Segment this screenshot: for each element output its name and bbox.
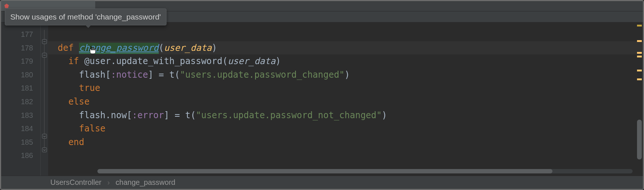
code-line[interactable]: def change_password(user_data) — [48, 41, 643, 55]
tooltip-text: Show usages of method 'change_password' — [10, 13, 161, 21]
line-number: 178 — [1, 41, 40, 55]
line-number: 183 — [1, 109, 40, 122]
svg-rect-5 — [42, 134, 47, 138]
scrollbar-thumb[interactable] — [97, 169, 552, 173]
line-number: 182 — [1, 95, 40, 109]
vertical-scrollbar-thumb[interactable] — [637, 120, 642, 159]
gutter: 177 178 179 180 181 182 183 184 185 186 — [1, 22, 41, 176]
method-name-link[interactable]: change_password — [79, 43, 159, 54]
breadcrumb-item[interactable]: UsersController — [50, 178, 101, 187]
param: user_data — [164, 43, 212, 53]
line-number: 177 — [1, 28, 40, 41]
line-number: 184 — [1, 122, 40, 136]
ruby-file-icon — [4, 3, 9, 8]
fold-close-icon[interactable] — [42, 133, 47, 138]
line-number: 179 — [1, 54, 40, 68]
keyword-def: def — [58, 43, 74, 53]
code-editor[interactable]: 177 178 179 180 181 182 183 184 185 186 — [1, 22, 643, 176]
chevron-right-icon: › — [107, 178, 110, 187]
breadcrumb-item[interactable]: change_password — [116, 178, 175, 187]
line-number: 180 — [1, 68, 40, 82]
marker-strip[interactable] — [636, 22, 643, 176]
fold-strip — [41, 22, 48, 176]
horizontal-scrollbar[interactable] — [97, 169, 633, 173]
code-line[interactable]: false — [48, 122, 643, 136]
warning-marker[interactable] — [637, 40, 642, 42]
fold-close-icon[interactable] — [42, 147, 47, 152]
code-line[interactable]: flash[:notice] = t("users.update.passwor… — [48, 68, 643, 82]
fold-toggle-icon[interactable] — [42, 39, 47, 44]
code-area[interactable]: def change_password(user_data) if @user.… — [48, 22, 643, 176]
line-number: 181 — [1, 81, 40, 95]
line-number: 185 — [1, 136, 40, 149]
code-line[interactable]: end — [48, 136, 643, 149]
warning-marker[interactable] — [637, 25, 642, 27]
warning-marker[interactable] — [637, 78, 642, 80]
code-line[interactable]: else — [48, 95, 643, 109]
code-line[interactable] — [48, 28, 643, 41]
warning-marker[interactable] — [637, 70, 642, 71]
svg-marker-0 — [4, 4, 9, 8]
warning-marker[interactable] — [637, 52, 642, 54]
svg-rect-6 — [42, 148, 47, 152]
code-line[interactable]: true — [48, 81, 643, 95]
usages-tooltip: Show usages of method 'change_password' — [5, 8, 167, 25]
fold-toggle-icon[interactable] — [42, 52, 47, 57]
warning-marker[interactable] — [637, 56, 642, 57]
code-line[interactable] — [48, 149, 643, 162]
code-line[interactable]: if @user.update_with_password(user_data) — [48, 54, 643, 68]
breadcrumb: UsersController › change_password — [1, 176, 643, 189]
code-line[interactable]: flash.now[:error] = t("users.update.pass… — [48, 109, 643, 122]
line-number: 186 — [1, 149, 40, 162]
